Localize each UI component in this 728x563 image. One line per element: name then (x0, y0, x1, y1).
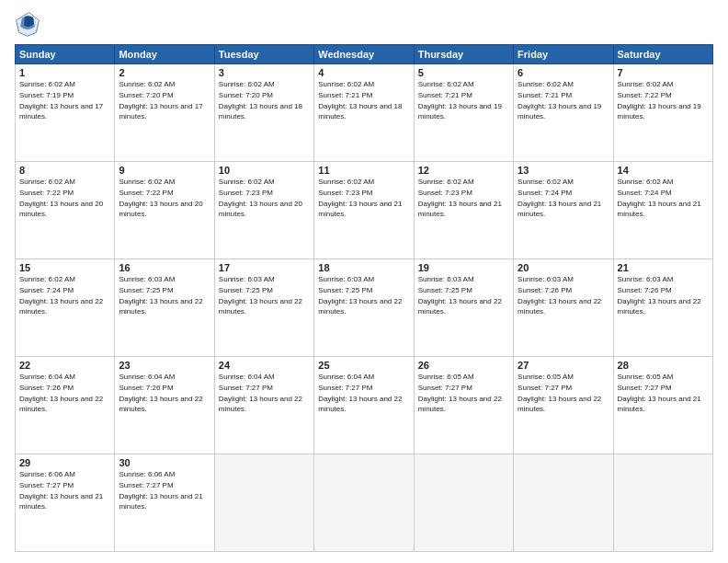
table-row: 7Sunrise: 6:02 AMSunset: 7:22 PMDaylight… (613, 64, 712, 162)
day-number: 19 (418, 262, 509, 273)
day-info: Sunrise: 6:02 AMSunset: 7:21 PMDaylight:… (518, 80, 601, 121)
table-row: 11Sunrise: 6:02 AMSunset: 7:23 PMDayligh… (314, 162, 414, 259)
table-row: 23Sunrise: 6:04 AMSunset: 7:26 PMDayligh… (115, 357, 214, 454)
calendar-week-row: 1Sunrise: 6:02 AMSunset: 7:19 PMDaylight… (16, 64, 713, 162)
day-info: Sunrise: 6:02 AMSunset: 7:22 PMDaylight:… (119, 178, 202, 218)
table-row: 9Sunrise: 6:02 AMSunset: 7:22 PMDaylight… (115, 162, 214, 259)
col-saturday: Saturday (613, 45, 712, 64)
table-row: 5Sunrise: 6:02 AMSunset: 7:21 PMDaylight… (414, 64, 513, 162)
day-number: 12 (418, 165, 509, 176)
day-info: Sunrise: 6:03 AMSunset: 7:25 PMDaylight:… (418, 275, 502, 316)
day-info: Sunrise: 6:05 AMSunset: 7:27 PMDaylight:… (618, 373, 701, 413)
table-row: 8Sunrise: 6:02 AMSunset: 7:22 PMDaylight… (16, 162, 115, 259)
table-row: 24Sunrise: 6:04 AMSunset: 7:27 PMDayligh… (214, 357, 313, 454)
day-info: Sunrise: 6:02 AMSunset: 7:21 PMDaylight:… (418, 80, 502, 121)
day-number: 28 (618, 360, 709, 371)
day-number: 21 (618, 262, 709, 273)
table-row: 6Sunrise: 6:02 AMSunset: 7:21 PMDaylight… (514, 64, 613, 162)
day-info: Sunrise: 6:02 AMSunset: 7:23 PMDaylight:… (318, 178, 402, 218)
day-info: Sunrise: 6:02 AMSunset: 7:23 PMDaylight:… (219, 178, 302, 218)
table-row: 15Sunrise: 6:02 AMSunset: 7:24 PMDayligh… (16, 259, 115, 357)
table-row: 13Sunrise: 6:02 AMSunset: 7:24 PMDayligh… (514, 162, 613, 259)
day-info: Sunrise: 6:02 AMSunset: 7:22 PMDaylight:… (618, 80, 701, 121)
day-info: Sunrise: 6:06 AMSunset: 7:27 PMDaylight:… (19, 470, 103, 511)
table-row: 12Sunrise: 6:02 AMSunset: 7:23 PMDayligh… (414, 162, 513, 259)
day-number: 14 (618, 165, 709, 176)
day-info: Sunrise: 6:03 AMSunset: 7:25 PMDaylight:… (119, 275, 202, 316)
day-number: 4 (318, 67, 409, 78)
table-row (414, 454, 513, 552)
table-row: 29Sunrise: 6:06 AMSunset: 7:27 PMDayligh… (16, 454, 115, 552)
calendar-header-row: Sunday Monday Tuesday Wednesday Thursday… (16, 45, 713, 64)
day-info: Sunrise: 6:03 AMSunset: 7:25 PMDaylight:… (219, 275, 302, 316)
table-row: 16Sunrise: 6:03 AMSunset: 7:25 PMDayligh… (115, 259, 214, 357)
day-info: Sunrise: 6:02 AMSunset: 7:21 PMDaylight:… (318, 80, 402, 121)
day-number: 18 (318, 262, 409, 273)
day-info: Sunrise: 6:02 AMSunset: 7:23 PMDaylight:… (418, 178, 502, 218)
day-number: 16 (119, 262, 210, 273)
day-info: Sunrise: 6:04 AMSunset: 7:27 PMDaylight:… (318, 373, 402, 413)
table-row (214, 454, 313, 552)
day-number: 26 (418, 360, 509, 371)
day-number: 6 (518, 67, 609, 78)
day-info: Sunrise: 6:05 AMSunset: 7:27 PMDaylight:… (518, 373, 601, 413)
day-info: Sunrise: 6:04 AMSunset: 7:27 PMDaylight:… (219, 373, 302, 413)
day-number: 3 (219, 67, 310, 78)
page: Sunday Monday Tuesday Wednesday Thursday… (0, 0, 728, 563)
day-number: 5 (418, 67, 509, 78)
day-number: 27 (518, 360, 609, 371)
table-row: 10Sunrise: 6:02 AMSunset: 7:23 PMDayligh… (214, 162, 313, 259)
table-row: 17Sunrise: 6:03 AMSunset: 7:25 PMDayligh… (214, 259, 313, 357)
day-number: 13 (518, 165, 609, 176)
day-number: 30 (119, 457, 210, 468)
day-info: Sunrise: 6:04 AMSunset: 7:26 PMDaylight:… (19, 373, 103, 413)
col-thursday: Thursday (414, 45, 513, 64)
table-row: 4Sunrise: 6:02 AMSunset: 7:21 PMDaylight… (314, 64, 414, 162)
table-row: 3Sunrise: 6:02 AMSunset: 7:20 PMDaylight… (214, 64, 313, 162)
day-info: Sunrise: 6:02 AMSunset: 7:20 PMDaylight:… (119, 80, 202, 121)
day-info: Sunrise: 6:02 AMSunset: 7:24 PMDaylight:… (518, 178, 601, 218)
calendar-week-row: 8Sunrise: 6:02 AMSunset: 7:22 PMDaylight… (16, 162, 713, 259)
table-row: 28Sunrise: 6:05 AMSunset: 7:27 PMDayligh… (613, 357, 712, 454)
day-number: 15 (19, 262, 110, 273)
day-number: 7 (618, 67, 709, 78)
day-info: Sunrise: 6:02 AMSunset: 7:20 PMDaylight:… (219, 80, 302, 121)
day-number: 1 (19, 67, 110, 78)
day-number: 8 (19, 165, 110, 176)
table-row: 19Sunrise: 6:03 AMSunset: 7:25 PMDayligh… (414, 259, 513, 357)
day-number: 17 (219, 262, 310, 273)
day-info: Sunrise: 6:03 AMSunset: 7:25 PMDaylight:… (318, 275, 402, 316)
table-row: 14Sunrise: 6:02 AMSunset: 7:24 PMDayligh… (613, 162, 712, 259)
table-row (314, 454, 414, 552)
calendar-week-row: 15Sunrise: 6:02 AMSunset: 7:24 PMDayligh… (16, 259, 713, 357)
day-number: 25 (318, 360, 409, 371)
day-info: Sunrise: 6:02 AMSunset: 7:19 PMDaylight:… (19, 80, 103, 121)
col-monday: Monday (115, 45, 214, 64)
col-tuesday: Tuesday (214, 45, 313, 64)
table-row: 18Sunrise: 6:03 AMSunset: 7:25 PMDayligh… (314, 259, 414, 357)
day-info: Sunrise: 6:03 AMSunset: 7:26 PMDaylight:… (618, 275, 701, 316)
table-row: 30Sunrise: 6:06 AMSunset: 7:27 PMDayligh… (115, 454, 214, 552)
table-row: 1Sunrise: 6:02 AMSunset: 7:19 PMDaylight… (16, 64, 115, 162)
table-row: 25Sunrise: 6:04 AMSunset: 7:27 PMDayligh… (314, 357, 414, 454)
table-row: 2Sunrise: 6:02 AMSunset: 7:20 PMDaylight… (115, 64, 214, 162)
day-number: 10 (219, 165, 310, 176)
day-number: 29 (19, 457, 110, 468)
col-sunday: Sunday (16, 45, 115, 64)
table-row (613, 454, 712, 552)
calendar-week-row: 22Sunrise: 6:04 AMSunset: 7:26 PMDayligh… (16, 357, 713, 454)
day-number: 20 (518, 262, 609, 273)
day-info: Sunrise: 6:03 AMSunset: 7:26 PMDaylight:… (518, 275, 601, 316)
day-number: 23 (119, 360, 210, 371)
logo (15, 11, 44, 37)
day-info: Sunrise: 6:05 AMSunset: 7:27 PMDaylight:… (418, 373, 502, 413)
day-number: 2 (119, 67, 210, 78)
table-row: 20Sunrise: 6:03 AMSunset: 7:26 PMDayligh… (514, 259, 613, 357)
day-info: Sunrise: 6:06 AMSunset: 7:27 PMDaylight:… (119, 470, 202, 511)
table-row: 22Sunrise: 6:04 AMSunset: 7:26 PMDayligh… (16, 357, 115, 454)
calendar-table: Sunday Monday Tuesday Wednesday Thursday… (15, 44, 713, 552)
day-info: Sunrise: 6:04 AMSunset: 7:26 PMDaylight:… (119, 373, 202, 413)
day-number: 22 (19, 360, 110, 371)
day-number: 9 (119, 165, 210, 176)
day-number: 24 (219, 360, 310, 371)
